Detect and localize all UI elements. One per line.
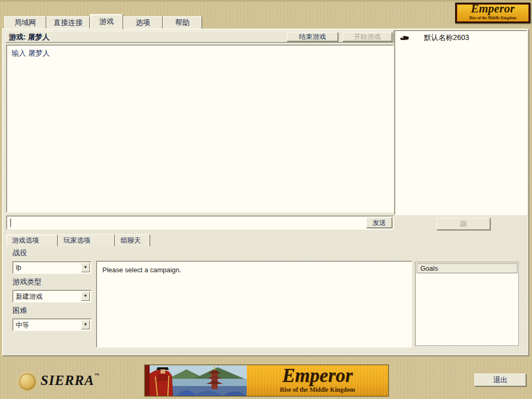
chat-log: 输入 屠梦人 xyxy=(6,45,394,212)
subtab-group-chat[interactable]: 组聊天 xyxy=(115,234,150,246)
sierra-wordmark: SIERRA™ xyxy=(41,373,100,389)
tab-game-label: 游戏 xyxy=(99,17,114,26)
subtab-player-options[interactable]: 玩家选项 xyxy=(58,234,115,246)
emperor-logo-title: Emperor xyxy=(457,2,529,16)
campaign-description-text: Please select a campaign. xyxy=(102,266,181,274)
tab-direct-connect[interactable]: 直接连接 xyxy=(46,16,90,29)
subtab-game-options-label: 游戏选项 xyxy=(12,236,39,245)
banner-title-area: Emperor Rise of the Middle Kingdom xyxy=(247,365,388,396)
goals-header: Goals xyxy=(417,263,517,273)
window-top-edge xyxy=(0,0,532,2)
player-hand-icon xyxy=(400,34,410,42)
subtab-game-options[interactable]: 游戏选项 xyxy=(6,234,58,246)
sierra-logo: SIERRA™ xyxy=(16,369,145,394)
campaign-select-arrow[interactable]: ▼ xyxy=(81,263,90,272)
emperor-logo: Emperor Rise of the Middle Kingdom xyxy=(455,3,530,23)
emperor-logo-subtitle: Rise of the Middle Kingdom xyxy=(457,16,529,20)
start-game-button[interactable]: 开始游戏 xyxy=(342,32,392,42)
tab-help-label: 帮助 xyxy=(175,18,190,28)
chevron-down-icon: ▼ xyxy=(84,294,88,298)
banner-title: Emperor xyxy=(247,365,388,387)
kick-button[interactable]: 踢 xyxy=(436,218,490,230)
game-type-select[interactable]: 新建游戏 ▼ xyxy=(12,290,91,302)
campaign-description-box: Please select a campaign. xyxy=(96,261,412,348)
difficulty-label: 困难 xyxy=(12,306,27,315)
player-name: 默认名称2603 xyxy=(424,33,469,43)
tab-lan-label: 局域网 xyxy=(15,18,36,28)
kick-button-label: 踢 xyxy=(460,219,467,229)
banner-scene-art xyxy=(145,365,247,396)
player-list: 默认名称2603 xyxy=(394,30,527,215)
game-header-bar: 游戏: 屠梦人 结束游戏 开始游戏 xyxy=(5,31,394,43)
goals-panel: Goals xyxy=(415,262,519,346)
sierra-seal-icon xyxy=(18,372,37,391)
game-lobby-panel: 游戏: 屠梦人 结束游戏 开始游戏 输入 屠梦人 默认名称2603 发送 踢 游… xyxy=(2,29,529,356)
goals-body xyxy=(417,274,517,344)
banner-scene-image xyxy=(145,365,247,396)
difficulty-select-arrow[interactable]: ▼ xyxy=(81,320,90,329)
subtab-player-options-label: 玩家选项 xyxy=(63,236,90,245)
campaign-label: 战役 xyxy=(12,248,27,258)
tab-options[interactable]: 选项 xyxy=(123,16,163,29)
tab-help[interactable]: 帮助 xyxy=(163,16,202,29)
campaign-select-value: ìþ xyxy=(16,263,21,271)
sierra-trademark: ™ xyxy=(95,373,100,378)
exit-button-label: 退出 xyxy=(493,376,508,385)
end-game-button-label: 结束游戏 xyxy=(299,32,326,42)
sierra-text: SIERRA xyxy=(41,373,95,388)
emperor-banner: Emperor Rise of the Middle Kingdom xyxy=(144,365,389,396)
chat-input[interactable] xyxy=(6,216,394,230)
player-row[interactable]: 默认名称2603 xyxy=(395,33,527,43)
game-type-label: 游戏类型 xyxy=(12,277,42,287)
chevron-down-icon: ▼ xyxy=(84,323,88,327)
text-caret xyxy=(10,219,11,227)
start-game-button-label: 开始游戏 xyxy=(354,32,381,42)
game-title: 游戏: 屠梦人 xyxy=(9,33,50,42)
campaign-select[interactable]: ìþ ▼ xyxy=(12,261,91,274)
send-button[interactable]: 发送 xyxy=(366,217,392,228)
game-type-select-value: 新建游戏 xyxy=(16,292,43,301)
tab-direct-connect-label: 直接连接 xyxy=(54,18,83,28)
goals-title: Goals xyxy=(420,264,438,272)
game-type-select-arrow[interactable]: ▼ xyxy=(81,291,90,301)
banner-subtitle: Rise of the Middle Kingdom xyxy=(247,386,388,394)
chat-log-line: 输入 屠梦人 xyxy=(11,49,50,58)
chevron-down-icon: ▼ xyxy=(84,265,88,270)
send-button-label: 发送 xyxy=(373,218,386,228)
tab-options-label: 选项 xyxy=(136,18,150,28)
difficulty-select-value: 中等 xyxy=(16,321,29,330)
exit-button[interactable]: 退出 xyxy=(474,374,526,387)
difficulty-select[interactable]: 中等 ▼ xyxy=(12,318,91,331)
tab-game[interactable]: 游戏 xyxy=(90,14,123,29)
end-game-button[interactable]: 结束游戏 xyxy=(287,32,338,42)
tab-lan[interactable]: 局域网 xyxy=(4,16,46,29)
subtab-group-chat-label: 组聊天 xyxy=(121,236,141,245)
